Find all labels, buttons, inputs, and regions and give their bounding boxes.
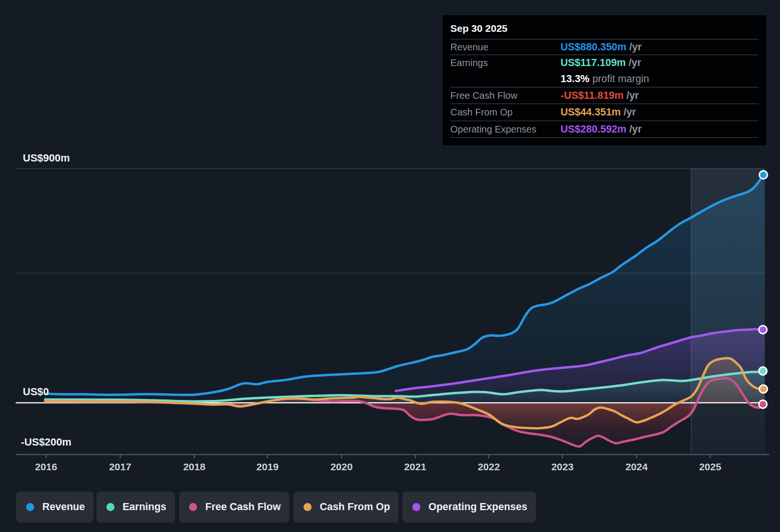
svg-text:2023: 2023 <box>552 461 574 472</box>
svg-text:2016: 2016 <box>35 461 57 472</box>
svg-text:2020: 2020 <box>331 461 353 472</box>
svg-text:US$900m: US$900m <box>23 152 70 164</box>
svg-text:2017: 2017 <box>109 461 132 472</box>
svg-text:-US$200m: -US$200m <box>21 436 71 448</box>
svg-text:2025: 2025 <box>699 461 722 472</box>
svg-text:2019: 2019 <box>257 461 279 472</box>
svg-text:2018: 2018 <box>183 461 206 472</box>
svg-text:2024: 2024 <box>626 461 648 472</box>
svg-text:2021: 2021 <box>404 461 427 472</box>
svg-text:US$0: US$0 <box>23 386 49 398</box>
svg-text:2022: 2022 <box>478 461 500 472</box>
